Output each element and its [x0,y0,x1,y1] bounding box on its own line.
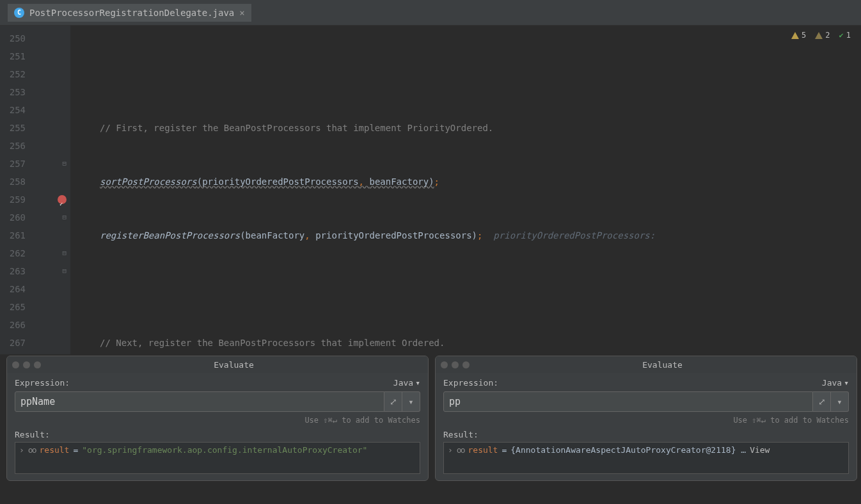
chevron-down-icon: ▾ [415,378,420,388]
java-class-icon: C [14,8,24,18]
close-dot-icon[interactable] [441,361,448,368]
evaluate-title: Evaluate [473,360,851,370]
watches-hint: Use ⇧⌘↵ to add to Watches [15,416,420,425]
window-controls[interactable] [441,361,470,368]
result-row[interactable]: › oo result = {AnnotationAwareAspectJAut… [448,445,844,455]
editor-tab[interactable]: C PostProcessorRegistrationDelegate.java… [8,4,251,22]
evaluate-panels: Evaluate Expression: Java▾ ⤢ ▾ Use ⇧⌘↵ t… [6,356,857,481]
minimize-dot-icon[interactable] [23,361,30,368]
code-content[interactable]: // First, register the BeanPostProcessor… [70,26,861,354]
evaluate-titlebar[interactable]: Evaluate [7,356,428,373]
history-dropdown[interactable]: ▾ [402,391,420,412]
chevron-right-icon[interactable]: › [448,445,453,455]
result-row[interactable]: › oo result = "org.springframework.aop.c… [19,445,416,455]
inspection-badges: 5 2 ✔ 1 [791,31,851,40]
tab-bar: C PostProcessorRegistrationDelegate.java… [0,0,861,26]
chevron-right-icon[interactable]: › [19,445,24,455]
close-dot-icon[interactable] [12,361,19,368]
weak-warning-icon [815,32,823,39]
expand-icon[interactable]: ⤢ [384,391,402,412]
evaluate-titlebar[interactable]: Evaluate [436,356,857,373]
evaluate-panel-right: Evaluate Expression: Java▾ ⤢ ▾ Use ⇧⌘↵ t… [435,356,857,481]
watches-hint: Use ⇧⌘↵ to add to Watches [443,416,849,425]
fold-end-icon[interactable]: ⊟ [62,262,67,280]
language-picker[interactable]: Java▾ [393,378,420,388]
zoom-dot-icon[interactable] [462,361,470,368]
glasses-icon: oo [457,445,464,455]
expression-input[interactable] [15,391,384,412]
marker-gutter: ⊟ ⊟ ⊟ ⊟ [32,26,70,354]
glasses-icon: oo [28,445,36,455]
weak-warning-badge[interactable]: 2 [815,31,830,40]
warning-icon [791,32,799,39]
code-editor[interactable]: 5 2 ✔ 1 250 251 252 253 254 255 256 257 … [0,26,861,354]
close-icon[interactable]: × [239,8,244,18]
zoom-dot-icon[interactable] [34,361,41,368]
fold-end-icon[interactable]: ⊟ [62,244,67,262]
result-tree[interactable]: › oo result = {AnnotationAwareAspectJAut… [443,442,849,474]
window-controls[interactable] [12,361,41,368]
expression-label: Expression: [15,378,70,388]
fold-icon[interactable]: ⊟ [62,155,67,173]
evaluate-title: Evaluate [45,360,423,370]
result-label: Result: [443,430,849,439]
line-number-gutter: 250 251 252 253 254 255 256 257 258 259 … [0,26,32,354]
result-tree[interactable]: › oo result = "org.springframework.aop.c… [15,442,420,474]
expand-icon[interactable]: ⤢ [813,391,831,412]
history-dropdown[interactable]: ▾ [831,391,849,412]
tab-filename: PostProcessorRegistrationDelegate.java [29,8,234,18]
view-link[interactable]: View [750,445,770,455]
chevron-down-icon: ▾ [844,378,849,388]
warning-badge[interactable]: 5 [791,31,806,40]
checkmark-icon: ✔ [839,31,844,40]
ok-badge[interactable]: ✔ 1 [839,31,851,40]
result-label: Result: [15,430,420,439]
minimize-dot-icon[interactable] [452,361,459,368]
breakpoint-icon[interactable] [58,195,67,204]
expression-input[interactable] [443,391,813,412]
language-picker[interactable]: Java▾ [822,378,849,388]
expression-label: Expression: [443,378,498,388]
evaluate-panel-left: Evaluate Expression: Java▾ ⤢ ▾ Use ⇧⌘↵ t… [6,356,429,481]
